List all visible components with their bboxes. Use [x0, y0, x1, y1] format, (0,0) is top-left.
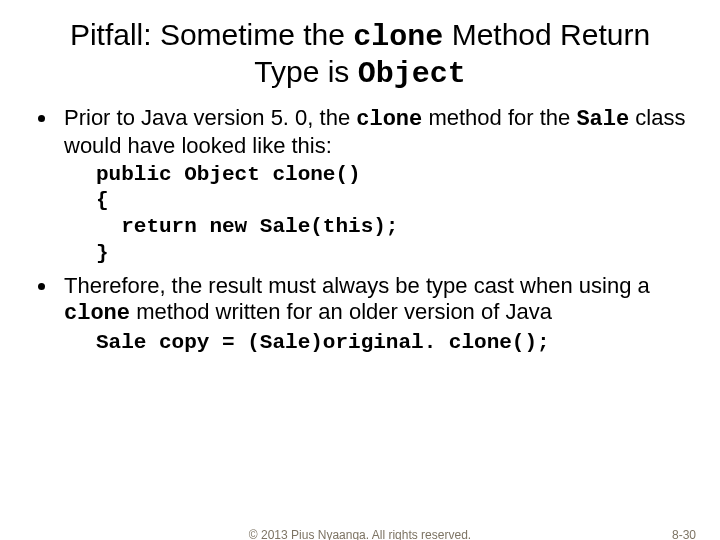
title-text-1: Pitfall: Sometime the: [70, 18, 353, 51]
b1-text-1: Prior to Java version 5. 0, the: [64, 105, 356, 130]
footer-page-number: 8-30: [672, 528, 696, 540]
b1-text-2: method for the: [422, 105, 576, 130]
title-code-1: clone: [353, 20, 443, 54]
b2-code-1: clone: [64, 301, 130, 326]
slide: Pitfall: Sometime the clone Method Retur…: [0, 0, 720, 540]
bullet-list: Prior to Java version 5. 0, the clone me…: [30, 105, 690, 356]
footer-copyright: © 2013 Pius Nyaanga. All rights reserved…: [0, 528, 720, 540]
bullet-item-2: Therefore, the result must always be typ…: [58, 273, 690, 356]
b1-code-2: Sale: [576, 107, 629, 132]
b2-text-2: method written for an older version of J…: [130, 299, 552, 324]
code-block-2: Sale copy = (Sale)original. clone();: [96, 330, 690, 356]
b2-text-1: Therefore, the result must always be typ…: [64, 273, 650, 298]
title-code-2: Object: [358, 57, 466, 91]
slide-title: Pitfall: Sometime the clone Method Retur…: [0, 0, 720, 97]
b1-code-1: clone: [356, 107, 422, 132]
code-block-1: public Object clone() { return new Sale(…: [96, 162, 690, 267]
slide-body: Prior to Java version 5. 0, the clone me…: [0, 97, 720, 356]
bullet-item-1: Prior to Java version 5. 0, the clone me…: [58, 105, 690, 267]
